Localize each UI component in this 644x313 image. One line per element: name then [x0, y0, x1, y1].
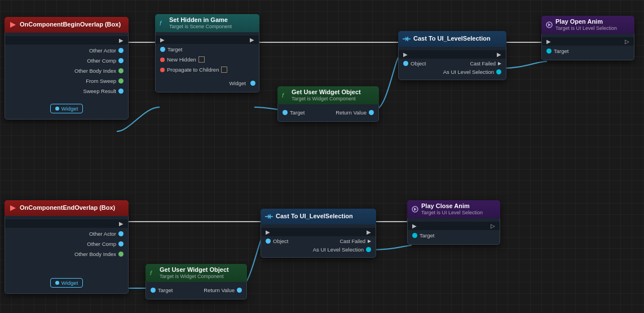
node-title: Play Close Anim	[421, 202, 483, 210]
pin-row: Target Return Value	[146, 285, 246, 296]
set-hidden-in-game-node: f Set Hidden in Game Target is Scene Com…	[155, 14, 259, 92]
widget-badge: Widget	[50, 104, 83, 113]
pin-new-hidden: New Hidden	[156, 55, 259, 65]
pin-row: Target Return Value	[278, 108, 378, 118]
svg-text:f: f	[150, 270, 152, 276]
function-icon: f	[282, 92, 289, 99]
pin-target: Target	[542, 46, 634, 56]
function-icon: f	[160, 20, 166, 27]
svg-marker-18	[414, 208, 417, 211]
node-header: f Set Hidden in Game Target is Scene Com…	[155, 14, 259, 32]
node-header: Play Open Anim Target is UI Level Select…	[541, 16, 634, 34]
svg-marker-10	[10, 205, 16, 211]
node-subtitle: Target is UI Level Selection	[421, 210, 483, 216]
get-user-widget-object-bottom: f Get User Widget Object Target is Widge…	[145, 264, 247, 299]
node-body: ▶ ▶ Target New Hidden Propagate to Child…	[155, 32, 259, 92]
node-header: f Get User Widget Object Target is Widge…	[277, 86, 379, 104]
node-title: OnComponentEndOverlap (Box)	[20, 204, 115, 211]
node-header: OnComponentEndOverlap (Box)	[5, 200, 129, 216]
node-body: ▶ Other Actor Other Comp Other Body Inde…	[5, 33, 129, 120]
cast-to-ui-level-selection-top: Cast To UI_LevelSelection ▶ ▶ Object Cas…	[398, 31, 506, 80]
node-title: Cast To UI_LevelSelection	[276, 213, 353, 220]
cast-icon	[265, 214, 273, 219]
on-begin-overlap-node: OnComponentBeginOverlap (Box) ▶ Other Ac…	[5, 17, 129, 120]
pin-other-body-index: Other Body Index	[5, 249, 128, 259]
pin-sweep-result: Sweep Result	[5, 86, 128, 96]
node-subtitle: Target is Scene Component	[169, 24, 232, 30]
node-subtitle: Target is Widget Component	[292, 96, 361, 102]
node-subtitle: Target is Widget Component	[160, 274, 229, 280]
pin-other-actor: Other Actor	[5, 45, 128, 55]
node-body: Target Return Value	[277, 104, 379, 122]
node-body: ▶ ▶ Object Cast Failed ▶ As UI Level Sel…	[261, 224, 376, 258]
node-header: OnComponentBeginOverlap (Box)	[5, 17, 129, 33]
svg-marker-9	[548, 23, 551, 27]
exec-out: ▶	[119, 37, 123, 43]
pin-propagate: Propagate to Children	[156, 65, 259, 75]
node-header: Cast To UI_LevelSelection	[261, 209, 376, 224]
svg-text:f: f	[160, 20, 162, 27]
pin-other-comp: Other Comp	[5, 55, 128, 65]
play-open-anim-node: Play Open Anim Target is UI Level Select…	[541, 16, 634, 60]
svg-text:f: f	[282, 92, 284, 99]
event-icon	[9, 204, 17, 212]
node-subtitle: Target is UI Level Selection	[555, 25, 617, 32]
node-body: ▶ ▷ Target	[407, 218, 500, 245]
node-header: Play Close Anim Target is UI Level Selec…	[407, 200, 500, 218]
pin-from-sweep: From Sweep	[5, 76, 128, 86]
node-title: Get User Widget Object	[160, 266, 229, 274]
play-close-anim-node: Play Close Anim Target is UI Level Selec…	[407, 200, 500, 245]
node-title: Cast To UI_LevelSelection	[413, 35, 491, 42]
node-header: Cast To UI_LevelSelection	[398, 31, 506, 47]
pin-target: Target	[408, 231, 500, 241]
widget-icon	[546, 21, 553, 28]
event-icon	[9, 21, 17, 29]
pin-other-actor: Other Actor	[5, 228, 128, 239]
node-body: ▶ ▶ Object Cast Failed ▶ As UI Level Sel…	[398, 47, 506, 80]
node-title: Play Open Anim	[555, 18, 617, 25]
pin-other-body-index: Other Body Index	[5, 65, 128, 76]
svg-marker-0	[10, 22, 16, 28]
node-header: f Get User Widget Object Target is Widge…	[145, 264, 247, 282]
node-title: OnComponentBeginOverlap (Box)	[20, 21, 121, 28]
get-user-widget-object-top: f Get User Widget Object Target is Widge…	[277, 86, 379, 122]
node-body: ▶ ▷ Target	[541, 34, 634, 60]
pin-other-comp: Other Comp	[5, 239, 128, 249]
pin-widget-out: Widget	[156, 78, 259, 89]
pin-target: Target	[156, 45, 259, 55]
node-title: Get User Widget Object	[292, 89, 361, 96]
function-icon: f	[150, 270, 157, 276]
node-body: Target Return Value	[145, 282, 247, 299]
node-title: Set Hidden in Game	[169, 16, 232, 24]
cast-icon	[403, 36, 411, 42]
widget-icon	[412, 206, 418, 213]
node-body: ▶ Other Actor Other Comp Other Body Inde…	[5, 216, 129, 294]
cast-to-ui-level-selection-bottom: Cast To UI_LevelSelection ▶ ▶ Object Cas…	[261, 209, 376, 258]
on-end-overlap-node: OnComponentEndOverlap (Box) ▶ Other Acto…	[5, 200, 129, 294]
widget-badge: Widget	[50, 278, 83, 288]
